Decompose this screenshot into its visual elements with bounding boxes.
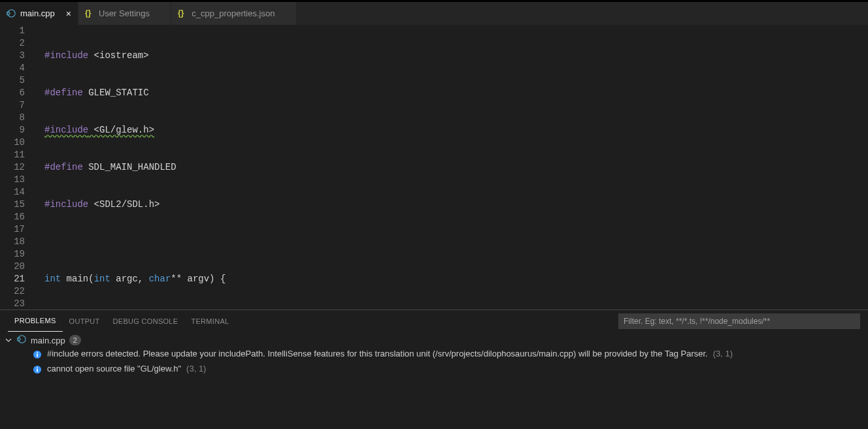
- code-content[interactable]: #include <iostream> #define GLEW_STATIC …: [34, 25, 868, 310]
- info-icon: [33, 364, 42, 376]
- code-token: #include: [44, 199, 88, 210]
- code-token: #include: [44, 125, 88, 135]
- code-token: ** argv) {: [171, 274, 225, 284]
- problem-location: (3, 1): [713, 349, 733, 358]
- problems-list: main.cpp 2 #include errors detected. Ple…: [0, 332, 868, 429]
- svg-text:{}: {}: [178, 8, 184, 18]
- code-token: argc,: [110, 274, 149, 284]
- problems-filter-input[interactable]: [618, 313, 860, 329]
- panel-tab-terminal[interactable]: Terminal: [184, 310, 235, 332]
- json-file-icon: {}: [178, 8, 188, 18]
- cpp-file-icon: [7, 8, 16, 18]
- close-icon[interactable]: ×: [61, 9, 71, 18]
- code-token: char: [149, 274, 171, 284]
- tab-label: c_cpp_properties.json: [192, 8, 275, 18]
- code-token: int: [44, 274, 61, 284]
- problems-file-name: main.cpp: [31, 336, 65, 345]
- svg-point-3: [18, 336, 25, 343]
- tab-user-settings[interactable]: {} User Settings ×: [78, 2, 171, 25]
- cpp-file-icon: [17, 334, 27, 346]
- code-token: main(: [61, 274, 93, 284]
- code-token: <GL/glew.h>: [88, 125, 154, 135]
- info-icon: [33, 349, 42, 361]
- code-token: #include: [44, 50, 88, 61]
- panel-tab-output[interactable]: Output: [63, 310, 107, 332]
- svg-rect-5: [37, 354, 38, 357]
- svg-text:{}: {}: [85, 8, 92, 18]
- json-file-icon: {}: [85, 8, 95, 18]
- tab-label: User Settings: [99, 8, 150, 18]
- code-token: GLEW_STATIC: [83, 87, 149, 98]
- problem-item[interactable]: cannot open source file "GL/glew.h" (3, …: [0, 362, 868, 377]
- tab-label: main.cpp: [20, 8, 55, 18]
- chevron-down-icon: [4, 337, 13, 343]
- code-token: #define: [44, 87, 83, 98]
- code-editor[interactable]: 1234567891011121314151617181920212223 #i…: [0, 25, 868, 310]
- tab-cpp-properties[interactable]: {} c_cpp_properties.json ×: [171, 2, 296, 25]
- problems-file-row[interactable]: main.cpp 2: [0, 333, 868, 347]
- panel-tab-bar: Problems Output Debug Console Terminal: [0, 310, 868, 332]
- panel-tab-debug-console[interactable]: Debug Console: [107, 310, 185, 332]
- problem-item[interactable]: #include errors detected. Please update …: [0, 347, 868, 362]
- code-token: int: [94, 274, 110, 284]
- tab-main-cpp[interactable]: main.cpp ×: [0, 2, 78, 25]
- code-token: <iostream>: [88, 50, 148, 61]
- line-number-gutter: 1234567891011121314151617181920212223: [0, 25, 34, 310]
- editor-tab-bar: main.cpp × {} User Settings × {} c_cpp_p…: [0, 2, 868, 25]
- panel-tab-problems[interactable]: Problems: [8, 310, 63, 332]
- svg-point-0: [8, 10, 15, 17]
- problem-message: #include errors detected. Please update …: [47, 349, 708, 358]
- bottom-panel: Problems Output Debug Console Terminal m…: [0, 310, 868, 429]
- svg-rect-8: [37, 369, 38, 372]
- problem-location: (3, 1): [186, 364, 206, 373]
- code-token: SDL_MAIN_HANDLED: [83, 162, 176, 172]
- svg-rect-6: [37, 353, 38, 354]
- problem-message: cannot open source file "GL/glew.h": [47, 364, 181, 373]
- code-token: <SDL2/SDL.h>: [88, 199, 159, 210]
- problems-count-badge: 2: [69, 335, 81, 345]
- code-token: #define: [44, 162, 83, 172]
- svg-rect-9: [37, 368, 38, 369]
